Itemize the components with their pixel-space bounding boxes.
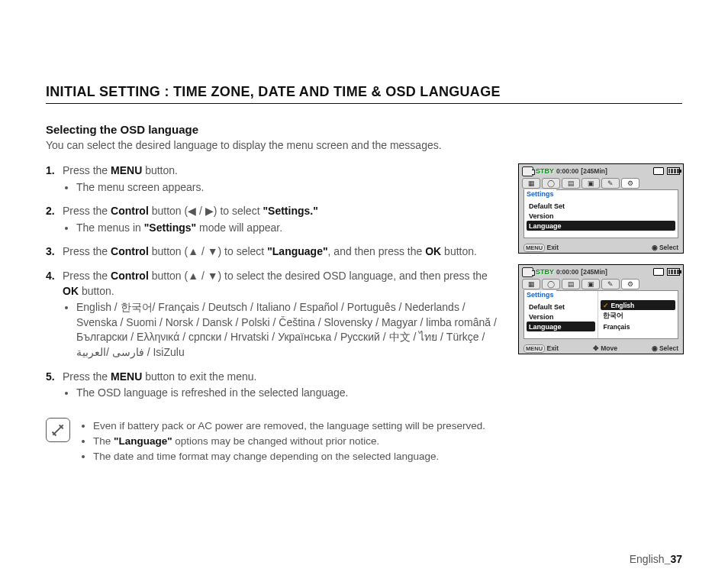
t: button. (441, 245, 477, 257)
move-icon: ✥ (593, 344, 599, 352)
t: Press the (63, 164, 111, 176)
steps-column: Press the MENU button. The menu screen a… (46, 163, 504, 465)
ok-icon: ◉ (652, 244, 658, 251)
t: button ( (149, 245, 188, 257)
t: English (610, 302, 634, 309)
tab-row: ▦ ◯ ▤ ▣ ✎ ⚙ (519, 277, 683, 289)
t: "Language" (267, 245, 327, 257)
tab-icon: ◯ (542, 279, 560, 289)
t: OK (425, 245, 441, 257)
settings-label: Settings (524, 290, 556, 299)
note-box: Even if battery pack or AC power are rem… (46, 418, 504, 466)
timecode: 0:00:00 (556, 268, 578, 276)
page-footer: English_37 (630, 553, 682, 565)
tab-icon: ▤ (562, 279, 580, 289)
menu-button-icon: MENU (523, 344, 545, 353)
check-icon: ✓ (603, 302, 609, 309)
exit-label: Exit (546, 244, 559, 251)
select-label: Select (659, 344, 678, 352)
menu-version: Version (524, 211, 678, 221)
camera-icon (522, 166, 533, 176)
menu-version: Version (524, 312, 598, 322)
t: Control (111, 205, 149, 217)
t: button. (142, 164, 178, 176)
note-3: The date and time format may change depe… (93, 450, 485, 464)
tab-icon: ▦ (522, 279, 540, 289)
remaining: [245Min] (581, 268, 607, 276)
tab-icon: ✎ (601, 178, 620, 189)
tab-icon: ▤ (562, 178, 580, 189)
menu-language: Language (527, 221, 675, 231)
page-title: INITIAL SETTING : TIME ZONE, DATE AND TI… (46, 84, 682, 104)
t: The (93, 435, 114, 447)
tab-row: ▦ ◯ ▤ ▣ ✎ ⚙ (519, 176, 683, 189)
timecode: 0:00:00 (556, 167, 578, 175)
note-2: The "Language" options may be changed wi… (93, 435, 485, 448)
tab-icon: ✎ (601, 279, 620, 289)
t: MENU (111, 164, 142, 176)
step-4: Press the Control button (▲ / ▼) to sele… (46, 269, 504, 360)
t: ) to select (218, 245, 268, 257)
tab-settings-icon: ⚙ (621, 279, 639, 289)
osd-screen-1: STBY 0:00:00 [245Min] ▦ ◯ ▤ ▣ ✎ ⚙ (518, 163, 684, 254)
t: "Settings" (144, 221, 197, 234)
note-1: Even if battery pack or AC power are rem… (93, 419, 485, 433)
t: ) to select (214, 205, 263, 217)
t: options may be changed without prior not… (172, 435, 380, 447)
t: mode will appear. (196, 221, 282, 234)
menu-language: Language (527, 322, 595, 331)
t: Control (111, 245, 149, 257)
remaining: [245Min] (581, 167, 607, 175)
lang-french: Français (598, 322, 678, 331)
t: "Language" (114, 435, 172, 447)
step-1-bullet: The menu screen appears. (76, 180, 504, 196)
exit-label: Exit (546, 344, 559, 352)
note-icon (46, 418, 70, 442)
t: The menus in (76, 221, 144, 234)
battery-icon (667, 167, 680, 175)
t: , and then press the (328, 245, 426, 257)
step-5-bullet: The OSD language is refreshed in the sel… (76, 386, 504, 401)
move-label: Move (601, 344, 617, 352)
t: Press the (63, 205, 111, 217)
subheading: Selecting the OSD language (46, 123, 682, 136)
stby-label: STBY (536, 268, 554, 276)
tab-icon: ▣ (581, 279, 600, 289)
t: Press the (63, 245, 111, 257)
t: ) to select the desired OSD language, an… (218, 270, 488, 282)
step-2-bullet: The menus in "Settings" mode will appear… (76, 221, 504, 236)
menu-default-set: Default Set (524, 302, 598, 312)
select-label: Select (659, 244, 678, 251)
battery-icon (667, 268, 680, 276)
step-1: Press the MENU button. The menu screen a… (46, 163, 504, 195)
screens-column: STBY 0:00:00 [245Min] ▦ ◯ ▤ ▣ ✎ ⚙ (518, 163, 682, 465)
step-5: Press the MENU button to exit the menu. … (46, 370, 504, 401)
footer-lang: English (630, 553, 665, 565)
t: button ( (149, 270, 188, 282)
tab-settings-icon: ⚙ (621, 178, 639, 189)
step-2: Press the Control button (◀ / ▶) to sele… (46, 204, 504, 235)
lang-korean: 한국어 (598, 310, 678, 322)
language-list: English / 한국어/ Français / Deutsch / Ital… (76, 300, 504, 360)
t: MENU (111, 370, 142, 383)
ok-icon: ◉ (652, 344, 658, 352)
t: OK (63, 285, 79, 297)
camera-icon (522, 267, 533, 277)
lang-english: ✓English (601, 300, 675, 310)
step-3: Press the Control button (▲ / ▼) to sele… (46, 244, 504, 260)
card-icon (653, 167, 664, 175)
stby-label: STBY (536, 167, 554, 175)
osd-screen-2: STBY 0:00:00 [245Min] ▦ ◯ ▤ ▣ ✎ ⚙ (518, 264, 684, 354)
menu-button-icon: MENU (523, 244, 545, 252)
card-icon (653, 268, 664, 276)
settings-label: Settings (524, 189, 556, 199)
tab-icon: ▦ (522, 178, 540, 189)
t: button. (79, 285, 114, 297)
tab-icon: ◯ (542, 178, 560, 189)
arrows-icon: ▲ / ▼ (188, 245, 217, 257)
t: button to exit the menu. (142, 370, 256, 383)
menu-default-set: Default Set (524, 201, 678, 211)
arrows-icon: ◀ / ▶ (188, 205, 214, 217)
tab-icon: ▣ (581, 178, 600, 189)
t: "Settings." (263, 205, 317, 217)
